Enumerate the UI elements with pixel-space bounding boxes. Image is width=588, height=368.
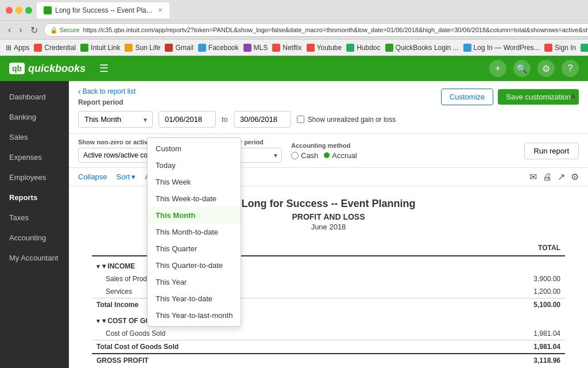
address-bar[interactable]: 🔒 Secure https://c35.qbo.intuit.com/app/… xyxy=(44,23,588,37)
app-container: qb quickbooks ☰ + 🔍 ⚙ ? Dashboard Bankin… xyxy=(0,56,588,368)
period-row: This Month ▼ to Show unrealized gain or … xyxy=(78,111,579,128)
export-icon[interactable]: ↗ xyxy=(558,171,565,182)
cogs-item-amount: 1,981.04 xyxy=(439,327,565,340)
dropdown-item-this-quarter[interactable]: This Quarter xyxy=(148,240,241,257)
browser-tab[interactable]: Long for Success -- Event Pla... ✕ xyxy=(37,2,169,18)
show-unrealized-checkbox-row: Show unrealized gain or loss xyxy=(297,116,396,124)
dropdown-item-this-week-to-date[interactable]: This Week-to-date xyxy=(148,190,241,207)
toolbar-icons: ✉ 🖨 ↗ ⚙ xyxy=(529,171,579,182)
dropdown-item-this-year[interactable]: This Year xyxy=(148,274,241,290)
low-date-input[interactable] xyxy=(158,111,216,128)
total-cogs-label: Total Cost of Goods Sold xyxy=(92,340,439,354)
qb-logo-text: quickbooks xyxy=(28,63,86,75)
bookmark-wordpress[interactable]: Log In — WordPres... xyxy=(463,44,540,52)
settings-icon[interactable]: ⚙ xyxy=(571,171,579,182)
dropdown-item-this-quarter-to-date[interactable]: This Quarter-to-date xyxy=(148,257,241,274)
back-to-report-list-link[interactable]: ‹ Back to report list xyxy=(78,87,136,96)
bookmark-apps[interactable]: ⊞ Apps xyxy=(6,44,29,52)
dropdown-item-this-year-to-date[interactable]: This Year-to-date xyxy=(148,290,241,307)
services-amount: 1,200.00 xyxy=(439,285,565,298)
cogs-collapse-arrow[interactable]: ▾ xyxy=(96,317,100,324)
total-cogs-amount: 1,981.04 xyxy=(439,340,565,354)
bookmark-sunlife[interactable]: Sun Life xyxy=(125,44,160,52)
back-arrow-icon: ‹ xyxy=(78,87,81,96)
bookmark-gmail[interactable]: Gmail xyxy=(165,44,193,52)
bookmark-intuit-link[interactable]: Intuit Link xyxy=(80,44,120,52)
accrual-label: Accrual xyxy=(332,151,357,160)
secure-badge: 🔒 Secure xyxy=(50,26,80,34)
dropdown-item-today[interactable]: Today xyxy=(148,157,241,174)
content-area: ‹ Back to report list Report period Cust… xyxy=(69,81,588,368)
sidebar-item-myaccountant[interactable]: My Accountant xyxy=(0,248,69,268)
hamburger-icon[interactable]: ☰ xyxy=(99,62,109,75)
cogs-item-label: Cost of Goods Sold xyxy=(92,327,439,340)
collapse-panel-button[interactable]: ▲ xyxy=(564,86,582,105)
dropdown-item-custom[interactable]: Custom xyxy=(148,140,241,157)
back-btn[interactable]: ‹ xyxy=(6,24,13,36)
bookmark-netflix[interactable]: Netflix xyxy=(272,44,301,52)
sales-product-label: Sales of Product Income xyxy=(92,273,439,285)
bookmark-garden[interactable]: Garden Planner xyxy=(581,44,588,52)
forward-btn[interactable]: › xyxy=(17,24,24,36)
qb-logo-icon: qb xyxy=(9,63,25,74)
gross-profit-label: GROSS PROFIT xyxy=(92,354,439,367)
bookmark-youtube[interactable]: Youtube xyxy=(307,44,342,52)
sidebar-item-employees[interactable]: Employees xyxy=(0,167,69,187)
sort-button[interactable]: Sort ▾ xyxy=(117,172,136,181)
collapse-link[interactable]: Collapse xyxy=(78,172,107,181)
sidebar-item-sales[interactable]: Sales xyxy=(0,127,69,147)
high-date-input[interactable] xyxy=(234,111,291,128)
dropdown-item-this-year-to-last-month[interactable]: This Year-to-last-month xyxy=(148,307,241,324)
sidebar-item-dashboard[interactable]: Dashboard xyxy=(0,87,69,107)
period-select-wrapper[interactable]: This Month ▼ xyxy=(78,111,153,128)
table-header-total: TOTAL xyxy=(439,240,565,256)
bookmark-facebook[interactable]: Facebook xyxy=(198,44,239,52)
reload-btn[interactable]: ↻ xyxy=(28,24,40,37)
cogs-label: ▾▾ COST OF GOODS SOLD xyxy=(92,311,439,327)
bookmarks-bar: ⊞ Apps Credential Intuit Link Sun Life G… xyxy=(0,40,588,56)
add-btn[interactable]: + xyxy=(489,60,506,77)
accrual-radio-item[interactable]: Accrual xyxy=(324,151,357,160)
income-collapse-arrow[interactable]: ▾ xyxy=(96,263,100,270)
table-header-name xyxy=(92,240,439,256)
sales-product-amount: 3,900.00 xyxy=(439,273,565,285)
cash-radio[interactable] xyxy=(291,152,299,159)
bookmark-mls[interactable]: MLS xyxy=(243,44,268,52)
topnav-right: + 🔍 ⚙ ? xyxy=(489,60,579,77)
minimize-window-btn[interactable] xyxy=(16,7,22,14)
dropdown-item-this-week[interactable]: This Week xyxy=(148,174,241,190)
show-unrealized-checkbox[interactable] xyxy=(297,116,304,123)
print-icon[interactable]: 🖨 xyxy=(543,172,552,182)
sidebar-item-taxes[interactable]: Taxes xyxy=(0,208,69,228)
bookmark-qblogin[interactable]: QuickBooks Login ... xyxy=(385,44,459,52)
address-text: https://c35.qbo.intuit.com/app/reportv2?… xyxy=(83,26,588,33)
dropdown-item-this-month-to-date[interactable]: This Month-to-date xyxy=(148,224,241,240)
bookmark-signin[interactable]: Sign In xyxy=(544,44,576,52)
cash-radio-item[interactable]: Cash xyxy=(291,151,318,160)
close-window-btn[interactable] xyxy=(6,7,13,14)
run-report-button[interactable]: Run report xyxy=(524,143,579,159)
bookmark-hubdoc[interactable]: Hubdoc xyxy=(346,44,380,52)
gross-profit-row: GROSS PROFIT 3,118.96 xyxy=(92,354,565,367)
dropdown-item-this-month[interactable]: This Month xyxy=(148,207,241,224)
table-row: Cost of Goods Sold 1,981.04 xyxy=(92,327,565,340)
sidebar-item-reports[interactable]: Reports xyxy=(0,187,69,208)
report-period-bar: ‹ Back to report list Report period Cust… xyxy=(69,81,588,134)
customize-button[interactable]: Customize xyxy=(441,89,493,105)
period-select[interactable]: This Month xyxy=(78,111,153,128)
bookmark-credential[interactable]: Credential xyxy=(34,44,76,52)
to-label: to xyxy=(222,115,228,124)
accounting-method-label: Accounting method xyxy=(291,142,357,149)
sidebar-item-accounting[interactable]: Accounting xyxy=(0,228,69,248)
sidebar-item-expenses[interactable]: Expenses xyxy=(0,147,69,167)
sidebar-item-banking[interactable]: Banking xyxy=(0,107,69,127)
email-icon[interactable]: ✉ xyxy=(529,171,537,182)
settings-btn[interactable]: ⚙ xyxy=(537,60,555,77)
search-btn[interactable]: 🔍 xyxy=(513,60,531,77)
qb-logo: qb quickbooks xyxy=(9,63,86,75)
total-cogs-row: Total Cost of Goods Sold 1,981.04 xyxy=(92,340,565,354)
tab-close-icon[interactable]: ✕ xyxy=(158,7,163,13)
window-controls xyxy=(6,7,32,14)
maximize-window-btn[interactable] xyxy=(25,7,32,14)
help-btn[interactable]: ? xyxy=(562,60,579,77)
